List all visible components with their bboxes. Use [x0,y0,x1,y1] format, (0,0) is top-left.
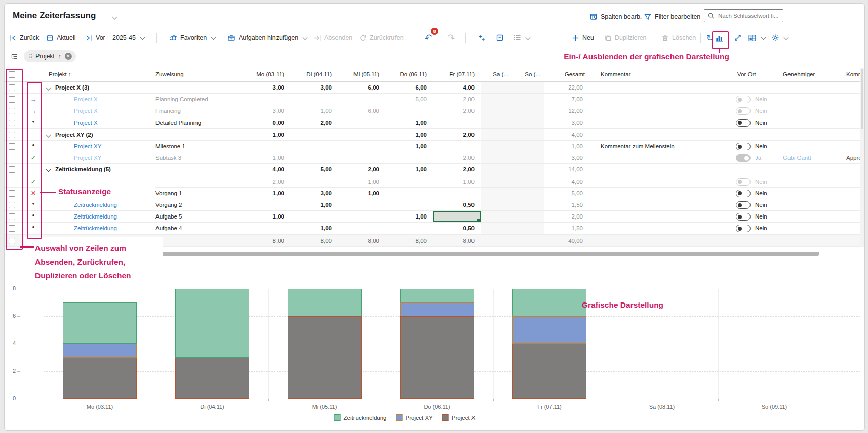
day-cell[interactable]: 1,00 [290,108,332,114]
onsite-toggle[interactable] [736,225,751,232]
day-cell[interactable]: 2,00 [243,179,284,185]
day-cell[interactable]: 2,00 [338,166,379,172]
project-link[interactable]: Project XY [74,155,101,161]
assignment-label: Planning Completed [155,96,208,102]
day-cell[interactable]: 1,00 [385,132,427,138]
column-header-assignment[interactable]: Zuweisung [155,71,184,77]
total-cell: 12,00 [544,108,583,114]
day-cell[interactable]: 0,00 [243,120,284,126]
day-cell[interactable]: 1,00 [243,190,284,196]
day-cell[interactable]: 2,00 [433,96,475,102]
approver-link[interactable]: Gabi Gantt [783,155,811,161]
day-cell[interactable]: 1,00 [243,155,284,161]
total-cell: 1,50 [544,202,583,208]
column-header-approver[interactable]: Genehmiger [783,71,815,77]
bar-segment-project-xy [512,316,586,343]
column-header-day[interactable]: So (... [512,71,540,77]
table-row: Zeitrückmeldung (5)4,005,002,001,002,001… [5,164,864,176]
day-cell[interactable]: 0,50 [433,225,475,231]
onsite-toggle[interactable] [736,213,751,221]
column-header-project[interactable]: Projekt ↑ [49,71,71,77]
x-tick-label: Fr (07.11) [519,404,580,410]
day-cell[interactable]: 4,00 [243,166,284,172]
day-cell[interactable]: 2,00 [433,166,475,172]
day-cell[interactable]: 3,00 [290,84,332,91]
project-link[interactable]: Project X [74,96,98,102]
legend-swatch [334,414,340,421]
annotation-rowselect-label: Auswahl von Zeilen zum Absenden, Zurückr… [35,241,131,282]
table-row: ●ZeitrückmeldungAufgabe 41,000,501,50Nei… [5,223,864,234]
fill-handle[interactable] [477,219,480,222]
day-cell[interactable]: 2,00 [290,120,332,126]
horizontal-scrollbar[interactable] [157,252,819,256]
onsite-toggle[interactable] [736,96,751,103]
group-expand-chevron[interactable] [46,167,51,172]
day-cell[interactable]: 5,00 [385,96,427,102]
project-link[interactable]: Zeitrückmeldung [74,213,117,220]
app-canvas: Meine Zeiterfassung Spalten bearb. Filte… [0,0,868,433]
day-cell[interactable]: 5,00 [290,166,332,172]
day-cell[interactable]: 1,00 [243,213,284,220]
day-cell[interactable]: 1,00 [243,132,284,138]
group-expand-chevron[interactable] [46,85,51,91]
day-cell[interactable]: 1,00 [385,143,427,149]
group-name: Project XY (2) [55,132,93,138]
day-cell[interactable]: 4,00 [433,84,475,91]
column-header-day[interactable]: Di (04.11) [290,71,332,77]
onsite-toggle[interactable] [736,154,751,162]
day-cell[interactable]: 1,00 [338,190,379,196]
column-header-day[interactable]: Do (06.11) [385,71,427,77]
bar-segment-project-x [63,358,137,399]
onsite-label: Nein [755,120,767,126]
day-cell[interactable]: 6,00 [338,84,379,91]
day-cell[interactable]: 1,00 [385,120,427,126]
onsite-toggle[interactable] [736,178,751,186]
legend-label: Project XY [406,415,433,421]
group-expand-chevron[interactable] [46,132,51,137]
project-link[interactable]: Zeitrückmeldung [74,225,117,231]
day-cell[interactable]: 1,00 [338,179,379,185]
comment-cell[interactable]: Kommentar zum Meilenstein [601,143,675,149]
day-cell[interactable]: 1,00 [385,213,427,220]
vertical-scrollbar[interactable] [860,68,864,247]
column-header-total[interactable]: Gesamt [544,71,585,77]
column-header-day[interactable]: Mo (03.11) [243,71,284,77]
x-tick-mark [718,399,719,401]
day-cell[interactable]: 2,00 [433,155,475,161]
y-tick-mark [17,344,20,344]
column-header-day[interactable]: Fr (07.11) [433,71,475,77]
column-header-day[interactable]: Sa (... [481,71,508,77]
selected-cell[interactable] [433,211,481,222]
day-cell[interactable]: 2,00 [433,108,475,114]
project-link[interactable]: Project X [74,108,98,114]
column-header-comment[interactable]: Kommentar [601,71,630,77]
day-cell[interactable]: 1,00 [385,166,427,172]
onsite-toggle[interactable] [736,143,751,150]
day-cell[interactable]: 6,00 [338,108,379,114]
column-header-day[interactable]: Mi (05.11) [338,71,379,77]
day-total-cell: 8,00 [433,238,475,244]
day-cell[interactable]: 0,50 [433,202,475,208]
day-cell[interactable]: 3,00 [243,108,284,114]
day-cell[interactable]: 1,00 [290,225,332,231]
vertical-scrollbar-thumb[interactable] [861,69,863,129]
project-link[interactable]: Project X [74,120,98,126]
onsite-toggle[interactable] [736,119,751,127]
day-total-cell: 8,00 [385,238,427,244]
day-cell[interactable]: 1,00 [433,179,475,185]
y-tick-label: 4 [8,340,16,347]
onsite-toggle[interactable] [736,107,751,115]
x-tick-mark [268,399,269,401]
day-cell[interactable]: 2,00 [433,132,475,138]
column-header-onsite[interactable]: Vor Ort [737,71,756,77]
day-cell[interactable]: 3,00 [243,84,284,91]
legend-swatch [442,414,449,421]
day-cell[interactable]: 1,00 [290,202,332,208]
total-cell: 7,00 [544,96,583,102]
day-cell[interactable]: 6,00 [385,84,427,91]
onsite-toggle[interactable] [736,190,751,197]
day-cell[interactable]: 3,00 [290,190,332,196]
bar-segment-zeitrückmeldung [288,289,362,316]
onsite-toggle[interactable] [736,201,751,209]
project-link[interactable]: Project XY [74,143,101,149]
